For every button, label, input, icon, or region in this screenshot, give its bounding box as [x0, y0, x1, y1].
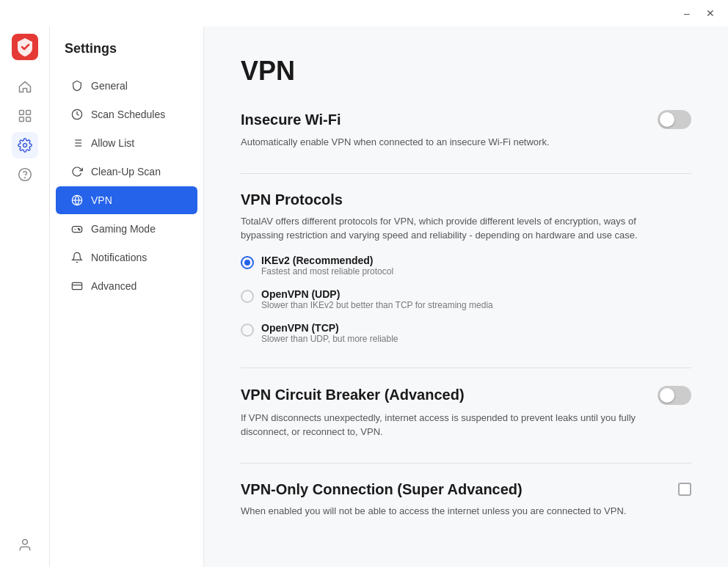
vpn-only-desc: When enabled you will not be able to acc… [241, 504, 666, 519]
ikev2-radio[interactable] [241, 256, 254, 269]
svg-point-19 [79, 230, 80, 230]
sidebar-item-general-label: General [91, 80, 128, 92]
divider-1 [241, 173, 691, 174]
sidebar-item-allow-list-label: Allow List [91, 137, 134, 149]
rail-icon-support[interactable] [12, 161, 38, 188]
refresh-icon [70, 165, 84, 178]
vpn-protocols-section: VPN Protocols TotalAV offers different p… [241, 191, 691, 344]
insecure-wifi-desc: Automatically enable VPN when connected … [241, 135, 666, 150]
svg-point-8 [22, 540, 27, 545]
minimize-button[interactable]: – [675, 4, 699, 22]
vpn-only-section: VPN-Only Connection (Super Advanced) Whe… [241, 481, 691, 519]
openvpn-udp-desc: Slower than IKEv2 but better than TCP fo… [261, 300, 493, 310]
rail-icon-apps[interactable] [12, 103, 38, 129]
vpn-icon [70, 194, 84, 207]
sidebar-item-clean-up-scan[interactable]: Clean-Up Scan [56, 158, 197, 186]
insecure-wifi-section: Insecure Wi-Fi Automatically enable VPN … [241, 110, 691, 150]
openvpn-tcp-radio[interactable] [241, 323, 254, 337]
circuit-breaker-title: VPN Circuit Breaker (Advanced) [241, 387, 465, 403]
sidebar-item-advanced-label: Advanced [91, 280, 136, 292]
rail-icon-account[interactable] [12, 532, 38, 558]
ikev2-label: IKEv2 (Recommended) [261, 255, 393, 266]
svg-point-6 [18, 169, 31, 181]
settings-sidebar: Settings General Scan Schedules [50, 26, 204, 567]
page-title: VPN [241, 56, 691, 87]
main-content: VPN Insecure Wi-Fi Automatically enable … [204, 26, 728, 567]
svg-point-5 [23, 144, 26, 147]
rail-icon-settings[interactable] [12, 132, 38, 158]
sidebar-item-scan-schedules[interactable]: Scan Schedules [56, 100, 197, 128]
sidebar-item-clean-up-scan-label: Clean-Up Scan [91, 166, 161, 178]
svg-rect-2 [26, 111, 30, 115]
rail-icon-home[interactable] [12, 73, 38, 100]
app-body: Settings General Scan Schedules [0, 26, 728, 567]
openvpn-udp-radio[interactable] [241, 290, 254, 303]
circuit-breaker-desc: If VPN disconnects unexpectedly, interne… [241, 411, 666, 439]
svg-rect-20 [72, 282, 81, 289]
svg-rect-3 [19, 117, 23, 122]
protocol-openvpn-tcp[interactable]: OpenVPN (TCP) Slower than UDP, but more … [241, 322, 691, 344]
circuit-breaker-toggle[interactable] [658, 386, 691, 405]
sidebar-item-vpn[interactable]: VPN [56, 186, 197, 214]
sidebar-item-notifications-label: Notifications [91, 252, 147, 263]
sidebar-item-gaming-mode-label: Gaming Mode [91, 223, 156, 235]
circuit-breaker-section: VPN Circuit Breaker (Advanced) If VPN di… [241, 386, 691, 439]
sidebar-item-gaming-mode[interactable]: Gaming Mode [56, 215, 197, 243]
sidebar-item-notifications[interactable]: Notifications [56, 244, 197, 271]
svg-rect-4 [26, 117, 30, 122]
title-bar: – ✕ [0, 0, 728, 26]
vpn-only-title: VPN-Only Connection (Super Advanced) [241, 481, 523, 498]
app-logo [10, 32, 40, 62]
protocol-ikev2[interactable]: IKEv2 (Recommended) Fastest and most rel… [241, 255, 691, 277]
protocol-radio-group: IKEv2 (Recommended) Fastest and most rel… [241, 255, 691, 344]
insecure-wifi-toggle[interactable] [658, 110, 691, 129]
sidebar-title: Settings [50, 41, 203, 71]
openvpn-udp-label: OpenVPN (UDP) [261, 288, 493, 300]
shield-icon [70, 79, 84, 92]
insecure-wifi-title: Insecure Wi-Fi [241, 111, 341, 128]
protocol-openvpn-udp[interactable]: OpenVPN (UDP) Slower than IKEv2 but bett… [241, 288, 691, 310]
vpn-only-header: VPN-Only Connection (Super Advanced) [241, 481, 691, 498]
card-icon [70, 279, 84, 293]
svg-rect-1 [19, 111, 23, 115]
svg-rect-17 [72, 227, 81, 233]
clock-icon [70, 108, 84, 121]
ikev2-desc: Fastest and most reliable protocol [261, 266, 393, 277]
icon-rail [0, 26, 50, 567]
insecure-wifi-header: Insecure Wi-Fi [241, 110, 691, 129]
sidebar-item-general[interactable]: General [56, 72, 197, 100]
divider-3 [241, 463, 691, 464]
vpn-protocols-title: VPN Protocols [241, 191, 343, 208]
sidebar-item-advanced[interactable]: Advanced [56, 272, 197, 300]
list-icon [70, 136, 84, 150]
close-button[interactable]: ✕ [699, 4, 722, 22]
gamepad-icon [70, 222, 84, 235]
sidebar-item-allow-list[interactable]: Allow List [56, 129, 197, 157]
circuit-breaker-header: VPN Circuit Breaker (Advanced) [241, 386, 691, 405]
openvpn-tcp-label: OpenVPN (TCP) [261, 322, 398, 334]
sidebar-item-scan-schedules-label: Scan Schedules [91, 109, 165, 120]
vpn-protocols-header: VPN Protocols [241, 191, 691, 208]
bell-icon [70, 251, 84, 264]
divider-2 [241, 367, 691, 368]
vpn-protocols-desc: TotalAV offers different protocols for V… [241, 214, 666, 243]
vpn-only-checkbox[interactable] [678, 483, 691, 496]
sidebar-item-vpn-label: VPN [91, 194, 112, 206]
openvpn-tcp-desc: Slower than UDP, but more reliable [261, 334, 398, 344]
